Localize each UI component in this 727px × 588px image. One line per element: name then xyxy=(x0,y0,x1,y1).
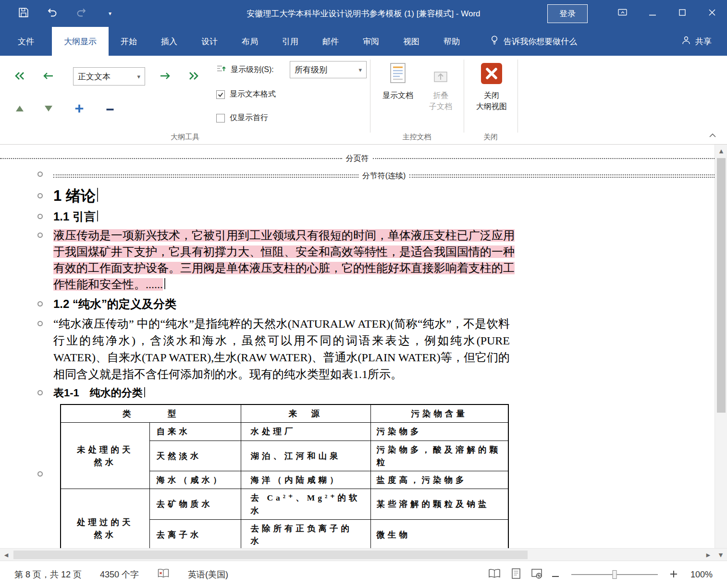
zoom-slider[interactable] xyxy=(571,574,658,575)
redo-button[interactable] xyxy=(75,7,87,20)
promote-to-heading1-button[interactable] xyxy=(12,69,28,85)
zoom-out-button[interactable] xyxy=(552,570,559,580)
table-header-source[interactable]: 来 源 xyxy=(241,404,370,423)
web-layout-button[interactable] xyxy=(531,568,542,582)
heading-chapter-1[interactable]: 1 绪论 xyxy=(53,186,98,206)
qat-customize-button[interactable]: ▾ xyxy=(104,7,116,20)
table-cell-category[interactable]: 处理过的天然水 xyxy=(61,489,149,548)
tab-references[interactable]: 引用 xyxy=(270,27,310,56)
zoom-percentage[interactable]: 100% xyxy=(687,570,713,580)
collapse-ribbon-button[interactable] xyxy=(706,131,719,140)
page-break-marker: 分页符 xyxy=(0,153,715,164)
vertical-scrollbar-thumb[interactable] xyxy=(717,158,726,413)
table-cell-type[interactable]: 海水（咸水） xyxy=(149,471,241,489)
print-layout-button[interactable] xyxy=(511,568,521,582)
promote-button[interactable] xyxy=(40,69,57,85)
tab-home[interactable]: 开始 xyxy=(109,27,149,56)
demote-button[interactable] xyxy=(157,69,173,85)
collapse-subdocuments-button[interactable]: 折叠 子文档 xyxy=(425,65,456,112)
table-cell-category[interactable]: 未处理的天然水 xyxy=(61,423,149,489)
scroll-left-button[interactable]: ◀ xyxy=(0,549,12,561)
language-status[interactable]: 英语(美国) xyxy=(188,569,228,580)
table-cell-pollutant[interactable]: 某些溶解的颗粒及钠盐 xyxy=(370,489,508,520)
table-cell-source[interactable]: 去除所有正负离子的水 xyxy=(241,519,370,548)
tab-help[interactable]: 帮助 xyxy=(431,27,472,56)
lightbulb-icon xyxy=(490,35,499,48)
outline-bullet[interactable] xyxy=(37,390,43,395)
expand-button[interactable] xyxy=(71,102,87,117)
pure-water-table[interactable]: 类 型 来 源 污染物含量 未处理的天然水 自来水 水处理厂 污染物多 天然淡水… xyxy=(60,404,509,548)
outline-bullet[interactable] xyxy=(37,172,43,177)
outline-bullet[interactable] xyxy=(37,193,43,198)
sign-in-button[interactable]: 登录 xyxy=(547,4,588,23)
outline-bullet[interactable] xyxy=(37,214,43,219)
tab-mailings[interactable]: 邮件 xyxy=(310,27,351,56)
outline-row-table-caption: 表1-1 纯水的分类 xyxy=(0,386,715,400)
outline-bullet[interactable] xyxy=(37,471,43,477)
tab-file[interactable]: 文件 xyxy=(0,27,52,56)
table-cell-source[interactable]: 湖泊、江河和山泉 xyxy=(241,441,370,471)
table-cell-pollutant[interactable]: 污染物多 xyxy=(370,423,508,441)
up-triangle-icon xyxy=(15,105,25,114)
outline-bullet[interactable] xyxy=(37,301,43,306)
move-up-button[interactable] xyxy=(12,102,28,117)
scroll-up-button[interactable]: ▲ xyxy=(715,145,727,157)
table-cell-type[interactable]: 去离子水 xyxy=(149,519,241,548)
read-mode-button[interactable] xyxy=(488,568,501,581)
tab-layout[interactable]: 布局 xyxy=(230,27,270,56)
heading-1-1[interactable]: 1.1 引言 xyxy=(53,209,98,224)
zoom-slider-thumb[interactable] xyxy=(613,570,617,579)
scroll-down-button[interactable]: ▼ xyxy=(715,549,727,561)
outline-bullet[interactable] xyxy=(37,321,43,326)
demote-to-body-button[interactable] xyxy=(185,69,202,85)
word-count-status[interactable]: 4350 个字 xyxy=(100,569,139,580)
table-cell-source[interactable]: 水处理厂 xyxy=(241,423,370,441)
table-cell-type[interactable]: 天然淡水 xyxy=(149,441,241,471)
table-cell-type[interactable]: 自来水 xyxy=(149,423,241,441)
tab-outlining[interactable]: 大纲显示 xyxy=(52,27,109,56)
outline-level-dropdown[interactable]: 正文文本 ▾ xyxy=(73,67,145,86)
page-number-status[interactable]: 第 8 页，共 12 页 xyxy=(14,569,82,580)
table-header-type[interactable]: 类 型 xyxy=(61,404,241,423)
table-header-pollutant[interactable]: 污染物含量 xyxy=(370,404,508,423)
minimize-button[interactable] xyxy=(638,0,667,27)
maximize-button[interactable] xyxy=(667,0,697,27)
tell-me-box[interactable]: 告诉我你想要做什么 xyxy=(486,27,581,56)
ribbon-display-options-button[interactable] xyxy=(608,0,638,27)
outline-bullet[interactable] xyxy=(37,233,43,238)
scroll-right-button[interactable]: ▶ xyxy=(702,549,715,561)
tab-design[interactable]: 设计 xyxy=(189,27,230,56)
proofing-status[interactable] xyxy=(157,568,170,581)
first-line-only-checkbox[interactable]: 仅显示首行 xyxy=(216,113,268,123)
horizontal-scrollbar[interactable]: ◀ ▶ ▼ xyxy=(0,548,727,561)
save-button[interactable] xyxy=(17,7,30,20)
close-outline-view-button[interactable]: 关闭 大纲视图 xyxy=(470,62,513,112)
heading-1-2[interactable]: 1.2 “纯水”的定义及分类 xyxy=(53,296,176,312)
paragraph-pure-water[interactable]: “纯水液压传动” 中的“纯水”是指纯粹的天然水(NATURALW ATER)(简… xyxy=(53,316,510,383)
table-cell-pollutant[interactable]: 盐度高，污染物多 xyxy=(370,471,508,489)
document-canvas[interactable]: 分页符 分节符(连续) 1 绪论 1.1 引言 xyxy=(0,145,715,548)
table-caption[interactable]: 表1-1 纯水的分类 xyxy=(53,386,145,400)
tab-view[interactable]: 视图 xyxy=(391,27,431,56)
zoom-in-button[interactable] xyxy=(670,570,677,580)
show-level-dropdown[interactable]: 所有级别 ▾ xyxy=(290,61,367,78)
chevron-down-icon: ▾ xyxy=(109,10,111,17)
table-cell-source[interactable]: 去 Ca²⁺、Mg²⁺的软水 xyxy=(241,489,370,520)
collapse-button[interactable] xyxy=(102,102,118,117)
table-cell-pollutant[interactable]: 污染物多，酸及溶解的颗粒 xyxy=(370,441,508,471)
table-cell-pollutant[interactable]: 微生物 xyxy=(370,519,508,548)
horizontal-scrollbar-thumb[interactable] xyxy=(13,551,528,559)
vertical-scrollbar[interactable]: ▲ xyxy=(715,145,727,548)
show-document-button[interactable]: 显示文档 xyxy=(381,62,415,101)
close-button[interactable] xyxy=(697,0,727,27)
paragraph-intro[interactable]: 液压传动是一项新兴技术，它被引用到工业领域只有很短的时间，单体液压支柱已广泛应用… xyxy=(53,227,515,293)
undo-button[interactable] xyxy=(46,7,59,20)
maximize-icon xyxy=(679,9,686,18)
move-down-button[interactable] xyxy=(40,102,57,117)
tab-insert[interactable]: 插入 xyxy=(149,27,189,56)
share-button[interactable]: 共享 xyxy=(681,27,727,56)
show-formatting-checkbox[interactable]: 显示文本格式 xyxy=(216,89,276,99)
tab-review[interactable]: 审阅 xyxy=(351,27,391,56)
table-cell-source[interactable]: 海洋（内陆咸糊） xyxy=(241,471,370,489)
table-cell-type[interactable]: 去矿物质水 xyxy=(149,489,241,520)
